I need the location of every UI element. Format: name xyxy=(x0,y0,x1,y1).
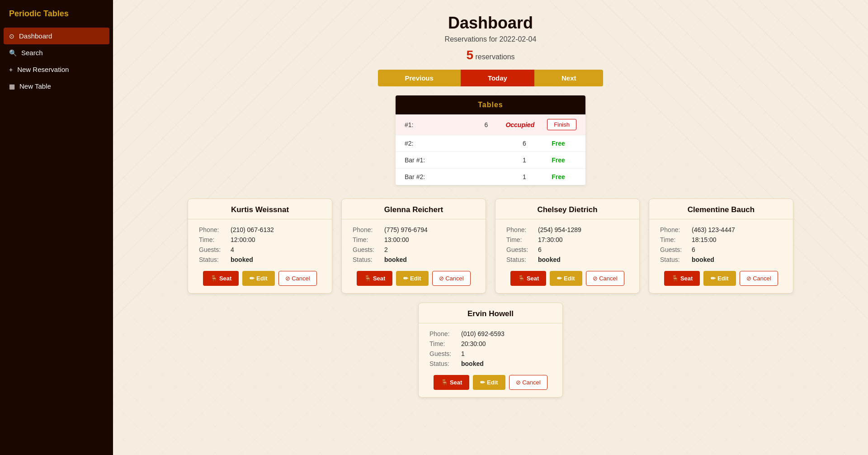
search-icon: 🔍 xyxy=(9,49,17,57)
guests-label: Guests: xyxy=(199,246,231,253)
guests-label: Guests: xyxy=(353,246,384,253)
sidebar-item-search[interactable]: 🔍 Search xyxy=(0,44,113,61)
table-name: Bar #1: xyxy=(405,156,509,164)
time-label: Time: xyxy=(429,340,461,347)
status-label: Status: xyxy=(506,256,538,263)
table-status-occupied: Occupied xyxy=(502,121,538,128)
table-row: Bar #1: 1 Free xyxy=(396,152,585,169)
status-label: Status: xyxy=(199,256,231,263)
card-actions: 🪑 Seat ✏ Edit ⊘ Cancel xyxy=(342,271,486,286)
time-label: Time: xyxy=(660,236,692,243)
edit-button[interactable]: ✏ Edit xyxy=(473,375,505,390)
reservation-card: Glenna Reichert Phone: (775) 976-6794 Ti… xyxy=(341,199,486,294)
edit-button[interactable]: ✏ Edit xyxy=(396,271,428,286)
table-name: #2: xyxy=(405,140,509,147)
guests-label: Guests: xyxy=(660,246,692,253)
seat-button[interactable]: 🪑 Seat xyxy=(510,271,546,286)
table-row: Bar #2: 1 Free xyxy=(396,169,585,185)
time-value: 18:15:00 xyxy=(692,236,717,243)
edit-button[interactable]: ✏ Edit xyxy=(550,271,582,286)
status-label: Status: xyxy=(429,360,461,367)
reservation-card: Ervin Howell Phone: (010) 692-6593 Time:… xyxy=(418,303,563,398)
cards-grid: Kurtis Weissnat Phone: (210) 067-6132 Ti… xyxy=(174,199,807,398)
sidebar-item-new-reservation-label: New Reservation xyxy=(17,66,69,73)
today-button[interactable]: Today xyxy=(461,70,534,86)
table-name: #1: xyxy=(405,121,470,128)
card-status-row: Status: booked xyxy=(419,359,562,369)
card-guests-row: Guests: 6 xyxy=(495,245,639,255)
next-button[interactable]: Next xyxy=(534,70,604,86)
table-row: #2: 6 Free xyxy=(396,135,585,152)
card-status-row: Status: booked xyxy=(188,255,332,265)
card-time-row: Time: 17:30:00 xyxy=(495,235,639,245)
cancel-button[interactable]: ⊘ Cancel xyxy=(278,271,317,286)
guests-label: Guests: xyxy=(506,246,538,253)
status-value: booked xyxy=(538,256,561,263)
card-name: Ervin Howell xyxy=(419,303,562,323)
sidebar-item-dashboard[interactable]: ⊙ Dashboard xyxy=(4,28,109,44)
seat-button[interactable]: 🪑 Seat xyxy=(203,271,239,286)
cancel-button[interactable]: ⊘ Cancel xyxy=(509,375,547,390)
time-label: Time: xyxy=(506,236,538,243)
cancel-button[interactable]: ⊘ Cancel xyxy=(432,271,471,286)
time-label: Time: xyxy=(199,236,231,243)
card-time-row: Time: 12:00:00 xyxy=(188,235,332,245)
card-name: Chelsey Dietrich xyxy=(495,199,639,219)
table-seats: 6 xyxy=(479,121,493,128)
phone-label: Phone: xyxy=(660,226,692,233)
card-guests-row: Guests: 1 xyxy=(419,349,562,359)
table-name: Bar #2: xyxy=(405,173,509,180)
phone-label: Phone: xyxy=(353,226,384,233)
phone-value: (254) 954-1289 xyxy=(538,226,581,233)
card-time-row: Time: 18:15:00 xyxy=(649,235,793,245)
plus-icon: + xyxy=(9,66,13,73)
seat-button[interactable]: 🪑 Seat xyxy=(357,271,392,286)
guests-value: 1 xyxy=(461,350,465,357)
sidebar-item-new-reservation[interactable]: + New Reservation xyxy=(0,61,113,78)
card-guests-row: Guests: 2 xyxy=(342,245,486,255)
count-label: reservations xyxy=(475,53,514,61)
guests-value: 6 xyxy=(692,246,695,253)
card-actions: 🪑 Seat ✏ Edit ⊘ Cancel xyxy=(649,271,793,286)
seat-button[interactable]: 🪑 Seat xyxy=(434,375,469,390)
card-name: Clementine Bauch xyxy=(649,199,793,219)
time-value: 13:00:00 xyxy=(384,236,409,243)
reservation-card: Chelsey Dietrich Phone: (254) 954-1289 T… xyxy=(495,199,640,294)
sidebar: Periodic Tables ⊙ Dashboard 🔍 Search + N… xyxy=(0,0,113,455)
page-subtitle: Reservations for 2022-02-04 xyxy=(131,35,850,43)
tables-header: Tables xyxy=(396,95,585,114)
card-phone-row: Phone: (010) 692-6593 xyxy=(419,329,562,339)
reservation-card: Kurtis Weissnat Phone: (210) 067-6132 Ti… xyxy=(188,199,332,294)
seat-button[interactable]: 🪑 Seat xyxy=(664,271,700,286)
phone-value: (010) 692-6593 xyxy=(461,330,505,337)
status-label: Status: xyxy=(660,256,692,263)
guests-label: Guests: xyxy=(429,350,461,357)
card-status-row: Status: booked xyxy=(495,255,639,265)
main-content: Dashboard Reservations for 2022-02-04 5 … xyxy=(113,0,868,455)
nav-buttons: Previous Today Next xyxy=(131,70,850,86)
edit-button[interactable]: ✏ Edit xyxy=(703,271,736,286)
time-value: 20:30:00 xyxy=(461,340,486,347)
card-actions: 🪑 Seat ✏ Edit ⊘ Cancel xyxy=(188,271,332,286)
card-name: Kurtis Weissnat xyxy=(188,199,332,219)
edit-button[interactable]: ✏ Edit xyxy=(242,271,274,286)
sidebar-item-new-table[interactable]: ▦ New Table xyxy=(0,78,113,95)
table-seats: 1 xyxy=(518,173,531,180)
cancel-button[interactable]: ⊘ Cancel xyxy=(586,271,624,286)
finish-button[interactable]: Finish xyxy=(547,119,576,130)
time-value: 17:30:00 xyxy=(538,236,563,243)
sidebar-item-dashboard-label: Dashboard xyxy=(19,32,52,40)
card-phone-row: Phone: (254) 954-1289 xyxy=(495,225,639,235)
phone-value: (775) 976-6794 xyxy=(384,226,428,233)
status-label: Status: xyxy=(353,256,384,263)
previous-button[interactable]: Previous xyxy=(378,70,461,86)
table-row: #1: 6 Occupied Finish xyxy=(396,114,585,135)
table-status-free: Free xyxy=(540,156,576,164)
card-name: Glenna Reichert xyxy=(342,199,486,219)
cancel-button[interactable]: ⊘ Cancel xyxy=(740,271,778,286)
status-value: booked xyxy=(461,360,484,367)
card-status-row: Status: booked xyxy=(342,255,486,265)
phone-label: Phone: xyxy=(199,226,231,233)
guests-value: 6 xyxy=(538,246,542,253)
card-phone-row: Phone: (775) 976-6794 xyxy=(342,225,486,235)
